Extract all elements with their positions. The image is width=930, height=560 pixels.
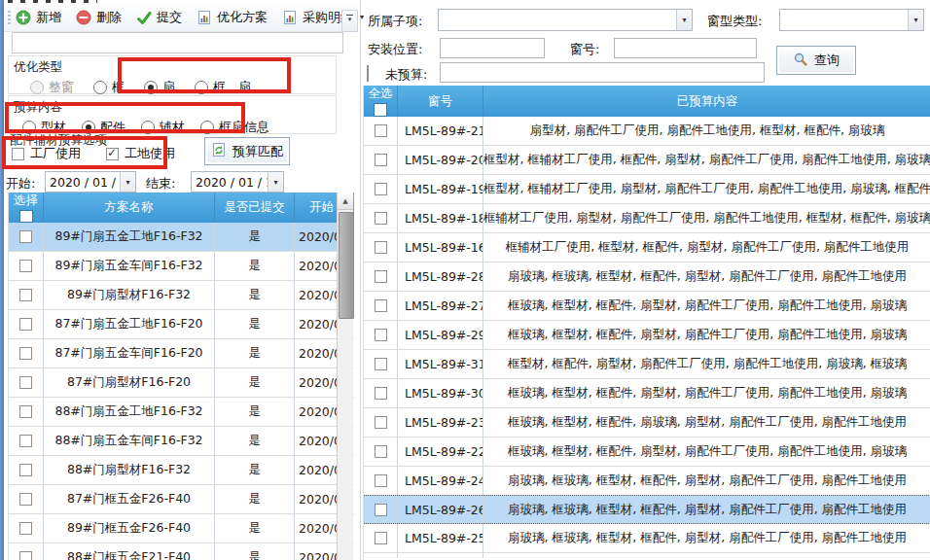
submitted-column-header[interactable]: 是否已提交 [215, 192, 295, 223]
budget-table-row[interactable]: LM5L-89#-26F24 扇玻璃, 框玻璃, 框型材, 框配件, 扇型材, … [364, 495, 930, 524]
row-checkbox[interactable] [375, 329, 387, 341]
sub-item-select[interactable]: ▾ [438, 9, 693, 31]
budget-table-row[interactable]: LM5L-89#-23F21 框玻璃, 框型材, 框配件, 扇玻璃, 扇型材, … [364, 408, 930, 438]
radio-icon [30, 81, 44, 94]
radio-icon [195, 81, 208, 94]
radio-option[interactable]: 框 [93, 79, 125, 96]
window-no-cell: LM5L-89#-21F19 [398, 117, 483, 145]
window-type-select[interactable]: ▾ [779, 9, 924, 31]
plan-table-row[interactable]: 88#门扇型材F16-F32 是 2020/0 [9, 456, 354, 485]
row-checkbox[interactable] [375, 504, 387, 516]
toolbar-grip[interactable] [8, 11, 11, 26]
budget-table-row[interactable]: LM5L-89#-25F23 扇玻璃, 框玻璃, 框型材, 框配件, 扇型材, … [364, 524, 930, 553]
row-checkbox[interactable] [375, 241, 387, 254]
optimize-plan-button[interactable]: 优化方案 [197, 9, 268, 26]
submitted-cell: 是 [215, 310, 295, 338]
budget-table-row[interactable]: LM5L-89#-28F26 扇玻璃, 框玻璃, 框型材, 框配件, 扇型材, … [364, 262, 930, 292]
row-checkbox[interactable] [19, 464, 32, 476]
radio-option[interactable]: 整窗 [30, 79, 74, 96]
radio-option[interactable]: 辅材 [141, 119, 185, 136]
budgeted-content-cell: 框型材, 框配件, 扇型材, 扇配件工厂使用, 扇配件工地使用, 扇玻璃, 框玻… [483, 350, 930, 378]
no-budget-checkbox[interactable] [367, 65, 369, 82]
radio-option[interactable]: 扇 [144, 79, 175, 96]
row-select-cell [364, 321, 398, 349]
plan-name-column-header[interactable]: 方案名称 [44, 192, 215, 223]
row-checkbox[interactable] [375, 154, 387, 166]
chevron-down-icon[interactable]: ▾ [908, 10, 923, 30]
toolbar-overflow-button[interactable]: ▾ [341, 10, 358, 32]
row-checkbox[interactable] [19, 260, 32, 272]
budget-table-row[interactable]: LM5L-89#-27F25 框玻璃, 框型材, 框配件, 扇型材, 扇配件工厂… [364, 292, 930, 321]
scroll-up-icon[interactable]: ▲ [338, 192, 353, 210]
end-date-picker[interactable]: 2020 / 01 / 13 ▾ [191, 171, 284, 192]
add-button[interactable]: 新增 [16, 9, 61, 26]
row-checkbox[interactable] [19, 405, 32, 418]
row-checkbox[interactable] [19, 289, 32, 301]
row-checkbox[interactable] [375, 270, 387, 283]
row-checkbox[interactable] [375, 445, 387, 458]
budget-table-row[interactable]: LM5L-89#-16F15 框辅材工厂使用, 框型材, 框配件, 扇型材, 扇… [364, 233, 930, 262]
budget-table-row[interactable]: LM5L-89#-18F16 框辅材工厂使用, 扇型材, 扇配件工厂使用, 扇配… [364, 204, 930, 233]
plan-table-row[interactable]: 87#门扇型材F16-F20 是 2020/0 [9, 368, 354, 398]
plan-table-row[interactable]: 87#门扇五金车间F16-F20 是 2020/0 [9, 339, 354, 368]
budget-table-row[interactable]: LM5L-89#-29F27 框玻璃, 框型材, 框配件, 扇型材, 扇配件工厂… [364, 321, 930, 350]
row-checkbox[interactable] [19, 522, 32, 535]
row-checkbox[interactable] [19, 493, 32, 506]
budget-table-row[interactable]: LM5L-89#-24F22 扇玻璃, 框玻璃, 框型材, 框配件, 扇型材, … [364, 467, 930, 496]
budget-table-row[interactable]: LM5L-89#-22F20 框玻璃, 框型材, 框配件, 扇型材, 扇配件工厂… [364, 438, 930, 467]
install-position-input[interactable] [440, 38, 545, 58]
row-checkbox[interactable] [375, 124, 387, 137]
chevron-down-icon[interactable]: ▾ [268, 172, 283, 192]
row-checkbox[interactable] [375, 532, 387, 544]
start-date-picker[interactable]: 2020 / 01 / 1 ▾ [45, 171, 136, 192]
submit-button[interactable]: 提交 [136, 9, 182, 26]
row-select-cell [9, 427, 44, 455]
row-checkbox[interactable] [375, 474, 387, 487]
select-all-checkbox[interactable] [19, 210, 33, 223]
plan-table-row[interactable]: 88#门扇五金车间F16-F32 是 2020/0 [9, 427, 354, 456]
query-button[interactable]: 查询 [776, 46, 856, 75]
plan-table-row[interactable]: 87#门扇五金工地F16-F20 是 2020/0 [9, 310, 354, 339]
plan-table-row[interactable]: 89#门框五金F26-F40 是 2020/0 [9, 514, 354, 543]
no-budget-input[interactable] [440, 62, 765, 83]
budget-table-row[interactable]: LM5L-89#-31F29 框型材, 框配件, 扇型材, 扇配件工厂使用, 扇… [364, 350, 930, 379]
radio-option[interactable]: 框、扇 [195, 79, 251, 96]
plan-table-row[interactable]: 88#门框五金F21-F40 是 2020/0 [9, 543, 354, 560]
row-checkbox[interactable] [19, 551, 32, 560]
plan-table-row[interactable]: 89#门扇五金工地F16-F32 是 2020/0 [9, 223, 354, 252]
row-checkbox[interactable] [375, 212, 387, 225]
budgeted-content-column-header[interactable]: 已预算内容 [483, 86, 930, 117]
plan-filter-input[interactable] [12, 32, 343, 53]
budget-table-row[interactable]: LM5L-89#-30F28 框玻璃, 框型材, 框配件, 扇型材, 扇配件工厂… [364, 379, 930, 408]
chevron-down-icon[interactable]: ▾ [676, 10, 692, 30]
budget-table-row[interactable]: LM5L-89#-19F17 框型材, 框辅材工厂使用, 扇型材, 扇配件工厂使… [364, 175, 930, 204]
row-checkbox[interactable] [19, 230, 32, 243]
budget-table-row[interactable]: LM5L-89#-21F19 扇型材, 扇配件工厂使用, 扇配件工地使用, 框型… [364, 117, 930, 146]
window-no-input[interactable] [614, 38, 757, 58]
select-all-checkbox[interactable] [374, 103, 387, 117]
row-checkbox[interactable] [19, 347, 32, 360]
row-checkbox[interactable] [375, 299, 387, 312]
budget-table-row[interactable]: LM5L-89#-20F18 框型材, 框辅材工厂使用, 框配件, 扇型材, 扇… [364, 146, 930, 175]
budget-match-button[interactable]: 预算匹配 [204, 137, 290, 165]
row-checkbox[interactable] [375, 183, 387, 195]
window-no-column-header[interactable]: 窗号 [398, 86, 483, 117]
row-checkbox[interactable] [375, 358, 387, 370]
chevron-down-icon[interactable]: ▾ [120, 172, 135, 192]
chevron-down-icon[interactable]: ▾ [360, 13, 364, 21]
row-checkbox[interactable] [19, 318, 32, 331]
plan-table-row[interactable]: 87#门框五金F26-F40 是 2020/0 [9, 485, 354, 514]
checkbox-option[interactable]: 工厂使用 [12, 145, 81, 162]
radio-option[interactable]: 框扇信息 [200, 119, 269, 136]
plan-table-row[interactable]: 89#门扇五金车间F16-F32 是 2020/0 [9, 252, 354, 281]
scrollbar-thumb[interactable] [339, 212, 354, 319]
row-checkbox[interactable] [375, 416, 387, 429]
row-checkbox[interactable] [19, 376, 32, 389]
row-checkbox[interactable] [19, 435, 32, 447]
row-checkbox[interactable] [375, 387, 387, 400]
plan-table-scrollbar[interactable]: ▲ [337, 192, 353, 560]
checkbox-option[interactable]: 工地使用 [106, 145, 175, 162]
delete-button[interactable]: 删除 [76, 9, 122, 26]
plan-table-row[interactable]: 88#门扇五金工地F16-F32 是 2020/0 [9, 398, 354, 427]
plan-table-row[interactable]: 89#门扇型材F16-F32 是 2020/0 [9, 281, 354, 310]
